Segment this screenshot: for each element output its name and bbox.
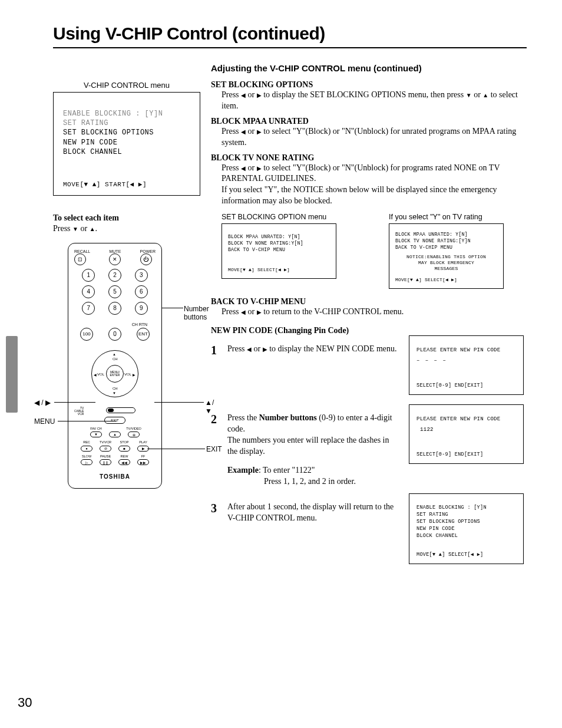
- mpaa-heading: BLOCK MPAA UNRATED: [211, 117, 527, 126]
- remote-brand: TOSHIBA: [74, 473, 156, 480]
- remote-label-power: POWER: [140, 249, 156, 253]
- step-1-body: Press ◀ or ▶ to display the NEW PIN CODE…: [227, 344, 397, 357]
- vchip-osd: ENABLE BLOCKING : [Y]N SET RATING SET BL…: [53, 92, 200, 196]
- step-3-body: After about 1 second, the display will r…: [227, 502, 397, 524]
- mute-button[interactable]: ✕: [109, 253, 121, 265]
- exit-button[interactable]: EXIT: [104, 417, 125, 424]
- osd-line: SET RATING: [63, 118, 190, 128]
- set-blocking-heading: SET BLOCKING OPTIONS: [211, 80, 527, 90]
- slow-button[interactable]: ▷: [81, 459, 92, 465]
- left-triangle-icon: ◀: [241, 91, 246, 100]
- num-button-6[interactable]: 6: [135, 285, 148, 298]
- step-2-body: Press the Number buttons (0-9) to enter …: [227, 413, 397, 487]
- osd-line-selected: SET BLOCKING OPTIONS: [63, 128, 190, 137]
- down-triangle-icon: ▼: [466, 91, 472, 100]
- ff-button[interactable]: ▶▶: [137, 459, 149, 465]
- rec-button[interactable]: ●: [81, 446, 92, 452]
- tvvideo-button[interactable]: ⊕: [128, 431, 140, 437]
- callout-arrows-ud: ▲/▼: [205, 398, 214, 415]
- ent-button[interactable]: ENT: [137, 328, 150, 341]
- num-button-0[interactable]: 0: [108, 328, 121, 341]
- blocking-menu-caption: SET BLOCKING OPTION menu: [222, 213, 359, 221]
- select-item-body: Press ▼ or ▲.: [53, 224, 200, 233]
- notice-osd: BLOCK MPAA UNRATED: Y[N] BLOCK TV NONE R…: [389, 223, 504, 289]
- tvnone-text: Press ◀ or ▶ to select "Y"(Block) or "N"…: [222, 163, 527, 207]
- pin-osd-2: PLEASE ENTER NEW PIN CODE 1122 SELECT[0-…: [409, 404, 524, 464]
- step-num-3: 3: [211, 502, 222, 524]
- num-button-1[interactable]: 1: [82, 269, 95, 282]
- back-heading: BACK TO V-CHIP MENU: [211, 297, 527, 307]
- page-title: Using V-CHIP Control (continued): [53, 24, 527, 44]
- step-num-1: 1: [211, 344, 222, 357]
- page-number: 30: [18, 695, 32, 710]
- hundred-button[interactable]: 100: [80, 328, 93, 341]
- mode-slider[interactable]: [106, 407, 135, 413]
- num-button-3[interactable]: 3: [135, 269, 148, 282]
- down-triangle-icon: ▼: [72, 226, 78, 232]
- pin-osd-1: PLEASE ENTER NEW PIN CODE – – – – SELECT…: [409, 335, 524, 395]
- callout-number-buttons: Number buttons: [184, 305, 209, 321]
- remote-label-chrtn: CH RTN: [132, 322, 147, 327]
- right-triangle-icon: ▶: [257, 91, 262, 100]
- section-heading: Adjusting the V-CHIP CONTROL menu (conti…: [211, 63, 527, 73]
- back-text: Press ◀ or ▶ to return to the V-CHIP CON…: [222, 307, 527, 318]
- callout-arrows-lr: ◀ / ▶: [34, 398, 51, 407]
- up-triangle-icon: ▲: [482, 91, 488, 100]
- favch-up-button[interactable]: ▲: [109, 431, 121, 437]
- up-triangle-icon: ▲: [90, 226, 95, 232]
- title-rule: [53, 47, 527, 48]
- notice-menu-caption: If you select "Y" on TV rating: [389, 213, 527, 221]
- callout-exit: EXIT: [206, 445, 222, 453]
- num-button-4[interactable]: 4: [82, 285, 95, 298]
- tvvcr-button[interactable]: ⊘: [100, 446, 111, 452]
- power-button[interactable]: ⏻: [140, 253, 152, 265]
- num-button-5[interactable]: 5: [108, 285, 121, 298]
- num-button-2[interactable]: 2: [108, 269, 121, 282]
- side-tab: Advanced Operaion: [6, 336, 18, 413]
- favch-down-button[interactable]: ▼: [90, 431, 102, 437]
- osd-footer: MOVE[▼ ▲] START[◀ ▶]: [63, 180, 190, 189]
- dpad[interactable]: ▲ CH ◀ VOL ▶ VOL ▼ CH MENU/ ENTER: [85, 344, 144, 403]
- osd-line: BLOCK CHANNEL: [63, 147, 190, 157]
- pin-osd-3: ENABLE BLOCKING : [Y]N SET RATING SET BL…: [409, 493, 524, 564]
- vchip-menu-caption: V-CHIP CONTROL menu: [53, 81, 200, 90]
- num-button-7[interactable]: 7: [82, 302, 95, 315]
- num-button-8[interactable]: 8: [108, 302, 121, 315]
- rew-button[interactable]: ◀◀: [118, 459, 130, 465]
- pause-button[interactable]: ❙❙: [100, 459, 111, 465]
- menu-enter-button[interactable]: MENU/ ENTER: [106, 365, 124, 383]
- callout-menu: MENU: [34, 417, 55, 426]
- num-button-9[interactable]: 9: [135, 302, 148, 315]
- blocking-osd: BLOCK MPAA UNRATED: Y[N] BLOCK TV NONE R…: [222, 223, 336, 279]
- select-item-heading: To select each item: [53, 213, 200, 223]
- remote-label-recall: RECALL: [74, 249, 90, 253]
- osd-line: NEW PIN CODE: [63, 138, 190, 147]
- recall-button[interactable]: ⊡: [74, 253, 86, 265]
- set-blocking-text: Press ◀ or ▶ to display the SET BLOCKING…: [222, 90, 527, 112]
- remote-label-mute: MUTE: [109, 249, 121, 253]
- tvnone-heading: BLOCK TV NONE RATING: [211, 153, 527, 163]
- stop-button[interactable]: ■: [118, 446, 130, 452]
- mpaa-text: Press ◀ or ▶ to select "Y"(Block) or "N"…: [222, 126, 527, 149]
- osd-line: ENABLE BLOCKING : [Y]N: [63, 109, 190, 118]
- newpin-heading: NEW PIN CODE (Changing Pin Code): [211, 326, 527, 335]
- remote-illustration: Number buttons ▲/▼ ◀ / ▶ MENU EXIT RECAL…: [29, 243, 200, 489]
